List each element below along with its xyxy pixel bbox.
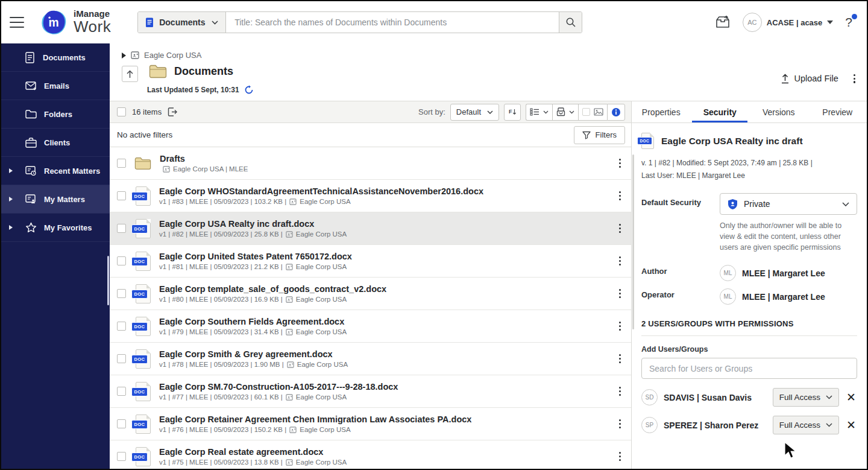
tab-properties[interactable]: Properties — [632, 101, 691, 122]
row-checkbox[interactable] — [117, 452, 126, 461]
row-more-menu[interactable] — [617, 450, 623, 463]
document-row[interactable]: DOC Eagle Corp United States Patent 7650… — [110, 245, 631, 278]
checked-out-tray-icon[interactable] — [715, 15, 731, 30]
document-name[interactable]: Eagle Corp SM.70-Construction-A105-2017-… — [159, 382, 611, 392]
documents-icon — [25, 52, 36, 63]
upload-file-button[interactable]: Upload File — [781, 74, 838, 84]
document-meta-text: v1 | #83 | MLEE | 05/09/2023 | 103.2 KB … — [159, 198, 286, 205]
breadcrumb-expand-icon[interactable] — [122, 52, 126, 59]
row-checkbox[interactable] — [117, 419, 126, 428]
panel-scrollbar[interactable] — [632, 154, 634, 329]
row-checkbox[interactable] — [117, 289, 126, 298]
doc-file-icon: DOC — [136, 186, 151, 206]
sidebar-item-label: Recent Matters — [44, 167, 100, 176]
search-input[interactable] — [226, 12, 559, 33]
avatar: SP — [641, 417, 658, 433]
row-more-menu[interactable] — [617, 255, 623, 267]
access-level-dropdown[interactable]: Full Access — [773, 416, 839, 434]
sort-direction-button[interactable]: F — [504, 104, 521, 121]
document-name[interactable]: Eagle Corp Real estate agreement.docx — [159, 447, 611, 457]
sidebar-item-my-matters[interactable]: My Matters — [1, 185, 110, 214]
add-users-search-input[interactable] — [641, 358, 857, 379]
select-all-checkbox[interactable] — [117, 107, 126, 116]
remove-user-button[interactable]: ✕ — [845, 392, 857, 403]
row-checkbox[interactable] — [117, 224, 126, 233]
tab-security[interactable]: Security — [691, 101, 750, 122]
expand-arrow-icon[interactable] — [9, 197, 13, 202]
sidebar-item-recent-matters[interactable]: Recent Matters — [1, 157, 110, 185]
document-name[interactable]: Eagle Corp Retainer Agreement Chen Immig… — [159, 414, 611, 424]
thumbnail-toggle-button[interactable] — [578, 104, 607, 121]
row-more-menu[interactable] — [617, 385, 623, 398]
content-type-button[interactable] — [552, 104, 578, 121]
refresh-icon[interactable] — [244, 85, 254, 95]
remove-user-button[interactable]: ✕ — [845, 419, 857, 431]
sidebar-item-documents[interactable]: Documents — [1, 43, 110, 72]
expand-arrow-icon[interactable] — [9, 225, 13, 230]
view-mode-button[interactable] — [526, 104, 552, 121]
export-icon[interactable] — [168, 107, 178, 116]
account-name: ACASE | acase — [767, 18, 823, 27]
document-workspace: Eagle Corp USA — [296, 459, 347, 466]
search-button[interactable] — [559, 12, 582, 33]
recent-matters-icon — [25, 166, 37, 176]
filters-button[interactable]: Filters — [574, 126, 625, 144]
panel-document-meta: v. 1 | #82 | Modified: 5 Sept 2023, 7:49… — [641, 159, 857, 167]
sidebar-item-folders[interactable]: Folders — [1, 100, 110, 129]
document-name[interactable]: Eagle Corp USA Realty inc draft.docx — [159, 219, 611, 229]
author-label: Author — [641, 265, 720, 281]
doc-badge: DOC — [131, 257, 148, 266]
row-checkbox[interactable] — [117, 159, 126, 168]
help-button[interactable]: ? — [845, 15, 856, 30]
document-row[interactable]: DOC Eagle Corp Smith & Grey agreement.do… — [110, 343, 631, 375]
document-name[interactable]: Eagle Corp United States Patent 7650172.… — [159, 252, 611, 261]
row-more-menu[interactable] — [617, 287, 623, 300]
doc-file-icon: DOC — [136, 382, 151, 401]
sidebar-scrollbar[interactable] — [107, 256, 109, 305]
document-name[interactable]: Eagle Corp Smith & Grey agreement.docx — [159, 349, 611, 359]
access-level-dropdown[interactable]: Full Access — [773, 388, 839, 407]
user-name: SDAVIS | Susan Davis — [664, 393, 767, 402]
row-more-menu[interactable] — [617, 320, 623, 332]
row-more-menu[interactable] — [617, 189, 623, 202]
document-row[interactable]: DOC Drafts Eagle Corp USA | MLEE — [110, 147, 631, 180]
default-security-dropdown[interactable]: Private — [720, 193, 857, 215]
sidebar-item-emails[interactable]: Emails — [1, 72, 110, 100]
account-menu[interactable]: AC ACASE | acase — [743, 13, 834, 32]
document-row[interactable]: DOC Eagle Corp Retainer Agreement Chen I… — [110, 408, 631, 440]
sort-dropdown[interactable]: Default — [450, 104, 499, 121]
thumbnail-checkbox[interactable] — [582, 108, 590, 116]
document-row[interactable]: DOC Eagle Corp template_sale_of_goods_co… — [110, 278, 631, 310]
row-more-menu[interactable] — [617, 222, 623, 235]
document-name[interactable]: Eagle Corp template_sale_of_goods_contra… — [159, 284, 611, 294]
row-more-menu[interactable] — [617, 418, 623, 430]
folders-icon — [25, 109, 37, 119]
navigate-up-button[interactable] — [122, 66, 138, 82]
row-more-menu[interactable] — [617, 352, 623, 365]
document-name[interactable]: Eagle Corp WHOStandardAgreementTechnical… — [159, 186, 611, 196]
document-row[interactable]: DOC Eagle Corp Real estate agreement.doc… — [110, 440, 631, 470]
document-row[interactable]: DOC Eagle Corp Southern Fields Agreement… — [110, 310, 631, 343]
row-more-menu[interactable] — [617, 157, 623, 170]
breadcrumb-text[interactable]: Eagle Corp USA — [144, 51, 201, 60]
sidebar-item-my-favorites[interactable]: My Favorites — [1, 214, 110, 242]
row-checkbox[interactable] — [117, 322, 126, 331]
expand-arrow-icon[interactable] — [9, 168, 13, 173]
sidebar-item-clients[interactable]: Clients — [1, 129, 110, 157]
document-row[interactable]: DOC Eagle Corp WHOStandardAgreementTechn… — [110, 180, 631, 212]
row-checkbox[interactable] — [117, 387, 126, 396]
sidebar-item-label: Clients — [44, 138, 70, 147]
header-more-menu[interactable] — [852, 72, 857, 85]
document-row[interactable]: DOC Eagle Corp USA Realty inc draft.docx… — [110, 212, 631, 245]
tab-preview[interactable]: Preview — [808, 101, 867, 122]
tab-versions[interactable]: Versions — [749, 101, 808, 122]
document-row[interactable]: DOC Eagle Corp SM.70-Construction-A105-2… — [110, 375, 631, 408]
search-scope-dropdown[interactable]: Documents — [138, 12, 226, 33]
row-checkbox[interactable] — [117, 256, 126, 265]
row-checkbox[interactable] — [117, 191, 126, 200]
document-name[interactable]: Eagle Corp Southern Fields Agreement.doc… — [159, 317, 611, 326]
hamburger-menu-icon[interactable] — [10, 17, 24, 28]
document-name[interactable]: Drafts — [160, 154, 611, 164]
info-panel-button[interactable] — [607, 104, 625, 121]
row-checkbox[interactable] — [117, 354, 126, 363]
